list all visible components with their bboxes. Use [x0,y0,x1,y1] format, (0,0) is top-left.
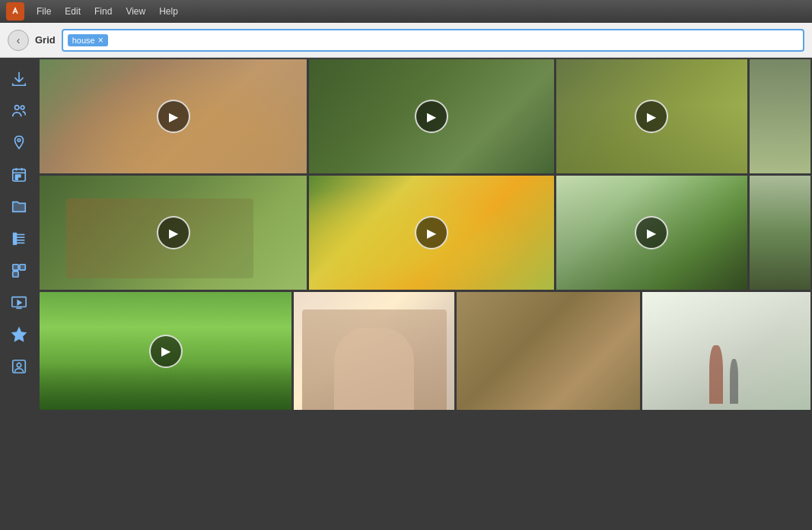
menu-help[interactable]: Help [153,5,184,18]
sidebar-icon-folder[interactable] [5,193,33,221]
search-input[interactable] [111,34,798,46]
svg-rect-9 [18,175,21,177]
sidebar-icon-pages[interactable] [5,257,33,284]
menu-find[interactable]: Find [88,5,118,18]
sidebar-icon-location[interactable] [5,129,33,157]
svg-point-1 [15,106,20,110]
svg-rect-20 [20,265,25,270]
main-area: ▶ ▶ ▶ ▶ [0,58,812,530]
sidebar-icon-list[interactable] [5,225,33,252]
menubar: File Edit Find View Help [0,0,812,23]
svg-point-2 [21,106,24,109]
grid-cell-4[interactable] [750,59,810,173]
sidebar-icon-star[interactable] [5,321,33,348]
sidebar-icon-slideshow[interactable] [5,289,33,316]
grid-row-1: ▶ ▶ ▶ [40,59,810,173]
svg-rect-19 [13,265,18,270]
grid-cell-1[interactable]: ▶ [40,59,307,173]
grid-cell-2[interactable]: ▶ [309,59,553,173]
sidebar-icon-people[interactable] [5,97,33,125]
grid-cell-5[interactable]: ▶ [40,176,307,290]
play-button-1[interactable]: ▶ [157,100,190,133]
svg-point-25 [17,363,21,367]
grid-area: ▶ ▶ ▶ ▶ [38,58,812,530]
sidebar-icon-contact[interactable] [5,353,33,380]
grid-cell-6[interactable]: ▶ [309,176,553,290]
play-button-2[interactable]: ▶ [415,100,448,133]
grid-cell-8[interactable] [750,176,810,290]
svg-rect-10 [15,178,18,180]
grid-cell-10[interactable] [294,292,454,410]
sidebar [0,58,38,530]
sidebar-icon-calendar[interactable] [5,161,33,189]
grid-cell-12[interactable] [642,292,810,410]
grid-row-3: ▶ [40,292,810,410]
grid-cell-7[interactable]: ▶ [556,176,747,290]
back-button[interactable]: ‹ [8,30,29,51]
search-tag-close[interactable]: × [98,36,103,45]
play-button-7[interactable]: ▶ [635,216,668,249]
svg-rect-21 [13,271,18,277]
svg-rect-18 [14,242,17,245]
toolbar: ‹ Grid house × [0,23,812,58]
play-button-3[interactable]: ▶ [635,100,668,133]
grid-cell-9[interactable]: ▶ [40,292,291,410]
play-button-9[interactable]: ▶ [149,335,183,368]
play-button-6[interactable]: ▶ [415,216,448,249]
grid-cell-11[interactable] [457,292,640,410]
grid-cell-3[interactable]: ▶ [556,59,747,173]
view-label: Grid [35,34,56,46]
menu-file[interactable]: File [30,5,57,18]
menu-edit[interactable]: Edit [59,5,87,18]
app-logo [6,2,24,21]
grid-row-2: ▶ ▶ ▶ [40,176,810,290]
menu-view[interactable]: View [119,5,151,18]
svg-point-3 [18,139,21,142]
play-button-5[interactable]: ▶ [157,216,190,249]
search-tag-text: house [72,36,95,45]
sidebar-icon-import[interactable] [5,65,33,93]
svg-rect-8 [15,175,18,177]
search-tag: house × [68,34,108,46]
search-bar[interactable]: house × [62,29,804,52]
